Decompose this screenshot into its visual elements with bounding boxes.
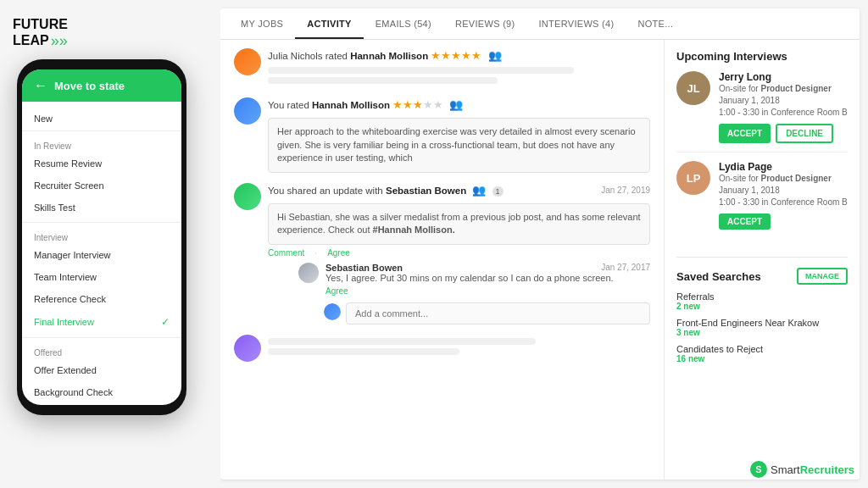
- divider2: [22, 222, 181, 223]
- nested-date: Jan 27, 2017: [601, 263, 650, 272]
- content-area: MY JOBS ACTIVITY EMAILS (54) REVIEWS (9)…: [220, 8, 860, 480]
- decline-button-jerry[interactable]: DECLINE: [776, 124, 833, 143]
- saved-search-item: Front-End Engineers Near Krakow 3 new: [676, 318, 848, 337]
- divider: [22, 130, 181, 131]
- comment-input[interactable]: [346, 302, 650, 324]
- saved-search-name[interactable]: Referrals: [676, 291, 848, 302]
- activity-item: Julia Nichols rated Hannah Mollison ★★★★…: [234, 48, 650, 87]
- phone-item-skills-test[interactable]: Skills Test: [22, 197, 181, 219]
- logo: FUTURE LEAP »»: [13, 17, 68, 50]
- phone-item-team-interview[interactable]: Team Interview: [22, 266, 181, 288]
- interview-info-lydia: Lydia Page On-site for Product Designer …: [719, 161, 848, 230]
- accept-button-lydia[interactable]: ACCEPT: [719, 214, 771, 230]
- nested-text: Yes, I agree. Put 30 mins on my calendar…: [326, 273, 650, 283]
- tab-activity[interactable]: ACTIVITY: [295, 8, 364, 39]
- skeleton: [268, 67, 574, 74]
- saved-searches-title: Saved Searches: [676, 270, 761, 283]
- nav-tabs: MY JOBS ACTIVITY EMAILS (54) REVIEWS (9)…: [220, 8, 860, 40]
- phone-item-new[interactable]: New: [22, 110, 181, 127]
- logo-line1: FUTURE: [13, 17, 68, 32]
- avatar-img: [234, 48, 261, 75]
- saved-search-new: 16 new: [676, 354, 848, 363]
- phone-header: ← Move to state: [22, 69, 181, 102]
- logo-arrows: »»: [51, 32, 68, 50]
- activity-item: [234, 335, 650, 362]
- activity-content: You rated Hannah Mollison ★★★★★ 👥 Her ap…: [268, 97, 650, 172]
- phone-item-reference-check[interactable]: Reference Check: [22, 288, 181, 310]
- skeleton: [268, 338, 536, 345]
- avatar: [234, 183, 261, 210]
- interview-avatar-lydia: LP: [676, 161, 710, 195]
- action-links: Comment · Agree: [268, 248, 650, 258]
- nested-action-links: Agree: [326, 286, 650, 296]
- activity-item: You shared an update with Sebastian Bowe…: [234, 183, 650, 324]
- interview-detail-jerry: On-site for Product Designer January 1, …: [719, 83, 848, 119]
- interview-name-lydia: Lydia Page: [719, 161, 848, 173]
- avatar-img: [234, 335, 261, 362]
- interview-card-jerry: JL Jerry Long On-site for Product Design…: [676, 71, 848, 152]
- saved-searches-header: Saved Searches MANAGE: [676, 268, 848, 285]
- saved-search-name[interactable]: Front-End Engineers Near Krakow: [676, 318, 848, 328]
- comment-input-row: [324, 299, 650, 324]
- avatar: [234, 97, 261, 125]
- skeleton: [268, 348, 459, 355]
- tab-notes[interactable]: NOTE...: [626, 8, 685, 39]
- nested-author: Sebastian Bowen: [326, 263, 403, 273]
- phone-group-interview: Interview: [22, 226, 181, 244]
- interview-avatar-jerry: JL: [676, 71, 710, 105]
- phone-item-background-check[interactable]: Background Check: [22, 381, 181, 403]
- activity-text: Julia Nichols rated Hannah Mollison ★★★★…: [268, 48, 650, 64]
- avatar-img: [234, 183, 261, 210]
- saved-search-name[interactable]: Candidates to Reject: [676, 344, 848, 354]
- tab-my-jobs[interactable]: MY JOBS: [229, 8, 295, 39]
- phone-screen: ← Move to state New In Review Resume Rev…: [22, 69, 181, 405]
- right-sidebar: Upcoming Interviews JL Jerry Long On-sit…: [665, 40, 860, 480]
- upcoming-interviews-section: Upcoming Interviews JL Jerry Long On-sit…: [665, 40, 860, 257]
- stars: ★★★★★: [431, 49, 481, 62]
- phone-group-offered: Offered: [22, 341, 181, 359]
- manage-button[interactable]: MANAGE: [797, 268, 848, 285]
- group-icon: 👥: [472, 184, 486, 197]
- saved-search-new: 3 new: [676, 328, 848, 337]
- activity-content: [268, 335, 650, 358]
- activity-feed: Julia Nichols rated Hannah Mollison ★★★★…: [220, 40, 665, 480]
- divider3: [22, 337, 181, 338]
- saved-search-item: Candidates to Reject 16 new: [676, 344, 848, 363]
- nested-agree-link[interactable]: Agree: [326, 286, 348, 296]
- smartrecruiters-logo: S SmartRecruiters: [750, 461, 854, 478]
- tab-reviews[interactable]: REVIEWS (9): [443, 8, 527, 39]
- left-panel: FUTURE LEAP »» ← Move to state New I: [0, 0, 220, 488]
- check-icon: ✓: [161, 316, 170, 328]
- saved-searches-section: Saved Searches MANAGE Referrals 2 new Fr…: [665, 258, 860, 380]
- nested-activity-item: Sebastian Bowen Jan 27, 2017 Yes, I agre…: [298, 263, 650, 296]
- activity-text: You rated Hannah Mollison ★★★★★ 👥: [268, 97, 650, 113]
- phone-back-icon[interactable]: ←: [34, 78, 47, 93]
- accept-button-jerry[interactable]: ACCEPT: [719, 124, 771, 143]
- comment-avatar: [324, 303, 341, 320]
- tab-interviews[interactable]: INTERVIEWS (4): [527, 8, 626, 39]
- stars-partial: ★★★: [392, 98, 423, 111]
- avatar: [234, 48, 261, 75]
- phone-item-resume-review[interactable]: Resume Review: [22, 152, 181, 175]
- saved-search-item: Referrals 2 new: [676, 291, 848, 311]
- tab-emails[interactable]: EMAILS (54): [364, 8, 443, 39]
- interview-name-jerry: Jerry Long: [719, 71, 848, 83]
- comment-box: Her approach to the whiteboarding exerci…: [268, 118, 650, 172]
- activity-item: You rated Hannah Mollison ★★★★★ 👥 Her ap…: [234, 97, 650, 172]
- phone-item-manager-interview[interactable]: Manager Interview: [22, 244, 181, 266]
- skeleton: [268, 77, 498, 84]
- saved-search-new: 2 new: [676, 302, 848, 311]
- phone-item-final-interview[interactable]: Final Interview ✓: [22, 310, 181, 334]
- body-split: Julia Nichols rated Hannah Mollison ★★★★…: [220, 40, 860, 480]
- activity-content: Julia Nichols rated Hannah Mollison ★★★★…: [268, 48, 650, 87]
- upcoming-interviews-title: Upcoming Interviews: [676, 50, 848, 63]
- agree-link[interactable]: Agree: [327, 248, 350, 258]
- phone-item-offer-extended[interactable]: Offer Extended: [22, 359, 181, 381]
- phone-item-recruiter-screen[interactable]: Recruiter Screen: [22, 175, 181, 197]
- avatar-img: [298, 263, 319, 283]
- comment-link[interactable]: Comment: [268, 248, 304, 258]
- phone-group-in-review: In Review: [22, 135, 181, 152]
- phone-header-title: Move to state: [54, 80, 125, 92]
- main-container: FUTURE LEAP »» ← Move to state New I: [0, 0, 868, 488]
- sr-text: SmartRecruiters: [771, 463, 854, 476]
